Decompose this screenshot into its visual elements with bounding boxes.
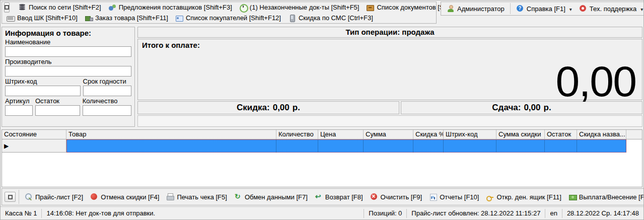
column-header-quantity[interactable]: Количество xyxy=(276,130,318,139)
window-panel-toggle-button[interactable] xyxy=(4,3,10,13)
column-header-discount-sum[interactable]: Сумма скидки xyxy=(496,130,545,139)
table-row[interactable]: ▶ xyxy=(2,139,642,153)
order-goods-button[interactable]: Заказ товара [Shift+F11] xyxy=(81,14,172,23)
sms-discount-button[interactable]: Скидка по СМС [Ctrl+F3] xyxy=(284,14,377,23)
column-header-sum[interactable]: Сумма xyxy=(364,130,413,139)
row-cell xyxy=(577,139,626,153)
window-panel-toggle-button[interactable] xyxy=(5,192,16,202)
row-cell xyxy=(444,139,496,153)
return-button[interactable]: Возврат [F8] xyxy=(311,192,367,201)
cancel-discount-button[interactable]: Отмена скидки [F4] xyxy=(87,192,163,201)
people-icon xyxy=(108,4,116,12)
button-label: Отчеты [F10] xyxy=(440,193,479,201)
top-toolbar-area: Поиск по сети [Shift+F2] Предложения пос… xyxy=(1,1,643,25)
button-label: Прайс-лист [F2] xyxy=(35,193,83,201)
truck-icon xyxy=(85,14,93,22)
pricelist-updated-label: Прайс-лист обновлен: 28.12.2022 11:15:27 xyxy=(407,209,545,217)
data-exchange-button[interactable]: Обмен данными [F7] xyxy=(231,192,311,201)
manufacturer-input[interactable] xyxy=(5,66,131,77)
print-receipt-button[interactable]: Печать чека [F5] xyxy=(163,192,230,201)
bar-chart-icon xyxy=(429,193,437,201)
quantity-input[interactable] xyxy=(83,105,131,116)
chevron-down-icon xyxy=(569,5,572,13)
contact-card-icon xyxy=(175,14,183,22)
function-toolbar: Прайс-лист [F2] Отмена скидки [F4] Печат… xyxy=(2,188,644,205)
clear-button[interactable]: Очистить [F9] xyxy=(367,192,426,201)
button-label: Очистить [F9] xyxy=(381,193,422,201)
button-label: Справка [F1] xyxy=(527,5,565,13)
help-icon xyxy=(516,5,524,13)
pos-window: Поиск по сети [Shift+F2] Предложения пос… xyxy=(0,0,644,220)
column-header-state[interactable]: Состояние xyxy=(2,130,66,139)
table-header: Состояние Товар Количество Цена Сумма Ск… xyxy=(2,130,642,139)
column-header-discount-name[interactable]: Скидка назва... xyxy=(577,130,626,139)
help-button[interactable]: Справка [F1] xyxy=(513,4,576,13)
keyboard-layout-indicator[interactable]: en xyxy=(545,209,561,217)
status-message: 14:16:08: Нет док-тов для отправки. xyxy=(42,209,160,217)
administrator-button[interactable]: Администратор xyxy=(443,4,508,13)
stock-input[interactable] xyxy=(35,105,80,116)
button-label: Откр. ден. ящик [F11] xyxy=(496,193,561,201)
button-label: Возврат [F8] xyxy=(325,193,363,201)
customer-list-button[interactable]: Список покупателей [Shift+F12] xyxy=(172,14,284,23)
row-cell xyxy=(545,139,577,153)
selected-row-region[interactable] xyxy=(66,139,626,153)
separator xyxy=(19,190,19,204)
shelf-life-input[interactable] xyxy=(83,86,131,96)
unfinished-docs-button[interactable]: (1) Незаконченные док-ты [Shift+F5] xyxy=(236,3,363,12)
row-cell xyxy=(276,139,318,153)
product-info-panel: Информация о товаре: Наименование Произв… xyxy=(2,27,135,127)
user-toolbar: Администратор Справка [F1] Тех. поддержк… xyxy=(441,2,644,16)
status-bar: Касса № 1 14:16:08: Нет док-тов для отпр… xyxy=(1,206,643,219)
button-label: Администратор xyxy=(457,5,505,13)
network-search-button[interactable]: Поиск по сети [Shift+F2] xyxy=(15,3,105,12)
row-cell xyxy=(364,139,413,153)
column-header-discount-pct[interactable]: Скидка % xyxy=(413,130,444,139)
column-header-price[interactable]: Цена xyxy=(318,130,364,139)
payout-deposit-button[interactable]: Выплата/Внесение [F12] xyxy=(565,192,644,201)
key-icon xyxy=(486,193,494,201)
shelf-life-label: Срок годности xyxy=(83,78,131,85)
barcode-input[interactable] xyxy=(5,86,81,96)
button-label: Печать чека [F5] xyxy=(177,193,227,201)
price-list-button[interactable]: Прайс-лист [F2] xyxy=(21,192,87,201)
window-icon xyxy=(5,5,9,10)
change-label: Сдача: xyxy=(492,103,521,113)
database-icon xyxy=(18,4,26,12)
discount-label: Скидка: xyxy=(237,103,270,113)
clock-icon xyxy=(239,4,247,12)
supplier-offers-button[interactable]: Предложения поставщиков [Shift+F3] xyxy=(105,3,236,12)
empty-strip xyxy=(137,115,642,127)
column-header-barcode[interactable]: Штрих-код xyxy=(444,130,496,139)
article-input[interactable] xyxy=(5,105,33,116)
discount-value: 0,00 xyxy=(273,103,290,113)
article-label: Артикул xyxy=(5,97,33,105)
column-header-stock[interactable]: Остаток xyxy=(545,130,577,139)
main-toolbar-row2: Ввод ШК [Shift+F10] Заказ товара [Shift+… xyxy=(3,13,435,23)
phone-icon xyxy=(288,14,296,22)
operation-area: Тип операции: продажа Итого к оплате: 0,… xyxy=(137,27,642,127)
discount-currency: р. xyxy=(293,103,300,113)
total-label: Итого к оплате: xyxy=(142,41,638,49)
open-cash-drawer-button[interactable]: Откр. ден. ящик [F11] xyxy=(482,192,564,201)
main-toolbar-row1: Поиск по сети [Shift+F2] Предложения пос… xyxy=(3,2,435,13)
change-value: 0,00 xyxy=(524,103,540,113)
column-header-product[interactable]: Товар xyxy=(66,130,276,139)
button-label: Заказ товара [Shift+F11] xyxy=(95,14,168,22)
drawer-icon xyxy=(366,4,374,12)
datetime-label: 28.12.2022 Ср. 14:17:48 xyxy=(562,209,643,217)
button-label: Скидка по СМС [Ctrl+F3] xyxy=(299,14,373,22)
product-name-input[interactable] xyxy=(5,46,131,57)
reports-button[interactable]: Отчеты [F10] xyxy=(425,192,482,201)
positions-count: Позиций: 0 xyxy=(364,209,406,217)
separator xyxy=(510,3,511,14)
search-icon xyxy=(25,193,33,201)
button-label: Отмена скидки [F4] xyxy=(101,193,159,201)
lifebuoy-icon xyxy=(579,5,587,13)
window-icon xyxy=(8,195,13,199)
user-icon xyxy=(447,5,455,13)
button-label: Обмен данными [F7] xyxy=(245,193,308,201)
tech-support-button[interactable]: Тех. поддержка xyxy=(576,4,644,13)
barcode-entry-button[interactable]: Ввод ШК [Shift+F10] xyxy=(3,14,81,23)
button-label: (1) Незаконченные док-ты [Shift+F5] xyxy=(250,4,360,11)
